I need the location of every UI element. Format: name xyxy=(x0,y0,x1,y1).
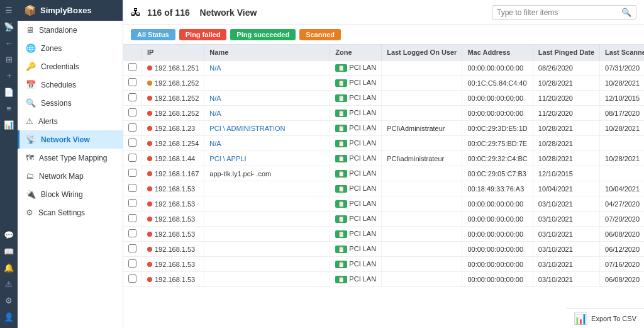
sidebar-item-alerts[interactable]: ⚠ Alerts xyxy=(18,112,123,130)
name-link[interactable]: N/A xyxy=(209,140,221,147)
icon-bar-doc[interactable]: 📄 xyxy=(1,84,16,99)
row-checkbox[interactable] xyxy=(128,63,136,71)
table-row: 192.168.1.53 📋PCI LAN 00:00:00:00:00:00 … xyxy=(123,227,644,242)
sidebar-label: Asset Type Mapping xyxy=(39,154,108,162)
search-input[interactable] xyxy=(497,8,618,17)
sidebar-icon: 📅 xyxy=(26,80,36,89)
cell-lastping: 03/10/2021 xyxy=(533,196,599,212)
cell-name: PCI \ APPLI xyxy=(204,151,330,166)
sidebar-item-asset-type-mapping[interactable]: 🗺 Asset Type Mapping xyxy=(18,149,123,167)
col-lastuser[interactable]: Last Logged On User xyxy=(382,45,462,60)
cell-zone: 📋PCI LAN xyxy=(330,121,382,136)
row-checkbox[interactable] xyxy=(128,123,136,132)
icon-bar-grid[interactable]: ⊞ xyxy=(1,52,16,67)
name-link[interactable]: PCI xyxy=(209,125,221,132)
row-checkbox[interactable] xyxy=(128,229,136,237)
icon-bar-warning[interactable]: ⚠ xyxy=(1,276,16,291)
icon-bar-list[interactable]: ≡ xyxy=(1,101,16,116)
name-link2[interactable]: \ APPLI xyxy=(223,155,247,162)
row-checkbox[interactable] xyxy=(128,199,136,207)
zone-icon: 📋 xyxy=(335,261,347,268)
row-checkbox[interactable] xyxy=(128,139,136,147)
cell-checkbox xyxy=(123,227,142,242)
col-checkbox xyxy=(123,45,142,60)
row-checkbox[interactable] xyxy=(128,154,136,162)
filter-all-status[interactable]: All Status xyxy=(131,29,175,40)
cell-lastping: 10/28/2021 xyxy=(533,151,599,166)
cell-lastuser xyxy=(382,212,462,227)
row-checkbox[interactable] xyxy=(128,214,136,222)
cell-lastuser xyxy=(382,91,462,106)
col-zone[interactable]: Zone xyxy=(330,45,382,60)
icon-bar-menu[interactable]: ☰ xyxy=(1,3,16,18)
col-lastping[interactable]: Last Pinged Date xyxy=(533,45,599,60)
name-link2[interactable]: \ ADMINISTRATION xyxy=(223,125,286,132)
table-row: 192.168.1.53 📋PCI LAN 00:00:00:00:00:00 … xyxy=(123,242,644,257)
cell-lastscan xyxy=(600,136,644,151)
col-ip[interactable]: IP xyxy=(142,45,204,60)
row-checkbox[interactable] xyxy=(128,78,136,86)
status-dot xyxy=(147,201,152,206)
icon-bar-settings[interactable]: ⚙ xyxy=(1,293,16,308)
zone-icon: 📋 xyxy=(335,79,347,87)
export-bar[interactable]: 📊 Export To CSV xyxy=(566,308,644,328)
cell-ip: 192.168.1.252 xyxy=(142,76,204,91)
cell-name xyxy=(204,227,330,242)
sidebar-item-credentials[interactable]: 🔑 Credentials xyxy=(18,57,123,76)
table-row: 192.168.1.23 PCI \ ADMINISTRATION 📋PCI L… xyxy=(123,121,644,136)
row-checkbox[interactable] xyxy=(128,184,136,192)
search-box[interactable]: 🔍 xyxy=(492,5,636,20)
sidebar-item-network-map[interactable]: 🗂 Network Map xyxy=(18,167,123,185)
sidebar-item-scan-settings[interactable]: ⚙ Scan Settings xyxy=(18,203,123,222)
col-name[interactable]: Name xyxy=(204,45,330,60)
cell-lastuser xyxy=(382,272,462,287)
row-checkbox[interactable] xyxy=(128,259,136,268)
filter-ping-failed[interactable]: Ping failed xyxy=(179,29,227,40)
cell-lastuser xyxy=(382,106,462,121)
row-checkbox[interactable] xyxy=(128,169,136,177)
cell-checkbox xyxy=(123,91,142,106)
cell-lastping: 12/10/2015 xyxy=(533,166,599,181)
cell-lastscan: 06/12/2020 xyxy=(600,242,644,257)
name-link[interactable]: N/A xyxy=(209,94,221,102)
sidebar-item-standalone[interactable]: 🖥 Standalone xyxy=(18,21,123,39)
icon-bar-chat[interactable]: 💬 xyxy=(1,227,16,242)
filter-ping-succeeded[interactable]: Ping succeeded xyxy=(230,29,296,40)
icon-bar-book[interactable]: 📖 xyxy=(1,244,16,259)
cell-zone: 📋PCI LAN xyxy=(330,242,382,257)
sidebar-item-block-wiring[interactable]: 🔌 Block Wiring xyxy=(18,185,123,203)
row-checkbox[interactable] xyxy=(128,244,136,252)
icon-bar-chart[interactable]: 📊 xyxy=(1,117,16,132)
name-link[interactable]: PCI xyxy=(209,155,221,162)
icon-bar-bell[interactable]: 🔔 xyxy=(1,260,16,275)
col-mac[interactable]: Mac Address xyxy=(462,45,533,60)
sidebar-nav: 🖥 Standalone🌐 Zones🔑 Credentials📅 Schedu… xyxy=(18,21,123,222)
status-dot xyxy=(147,186,152,191)
sidebar-label: Credentials xyxy=(41,62,79,71)
cell-ip: 192.168.1.254 xyxy=(142,136,204,151)
cell-mac: 00:00:00:00:00:00 xyxy=(462,212,533,227)
cell-name: app-tlk.ly1.pci- .com xyxy=(204,166,330,181)
view-label: Network View xyxy=(200,8,257,18)
row-checkbox[interactable] xyxy=(128,274,136,283)
icon-bar-network[interactable]: 📡 xyxy=(1,19,16,34)
row-checkbox[interactable] xyxy=(128,108,136,116)
sidebar-item-schedules[interactable]: 📅 Schedules xyxy=(18,76,123,94)
name-link[interactable]: N/A xyxy=(209,64,221,72)
cell-checkbox xyxy=(123,242,142,257)
cell-mac: 00:00:00:00:00:00 xyxy=(462,60,533,76)
row-checkbox[interactable] xyxy=(128,93,136,101)
name-link[interactable]: N/A xyxy=(209,110,221,117)
cell-ip: 192.168.1.251 xyxy=(142,60,204,76)
icon-bar-back[interactable]: ← xyxy=(1,35,16,50)
col-lastscan[interactable]: Last Scanned Date xyxy=(600,45,644,60)
icon-bar-plus[interactable]: ＋ xyxy=(1,68,16,83)
icon-bar-user[interactable]: 👤 xyxy=(1,309,16,324)
filter-scanned[interactable]: Scanned xyxy=(299,29,341,40)
sidebar-item-sessions[interactable]: 🔍 Sessions xyxy=(18,94,123,112)
cell-zone: 📋PCI LAN xyxy=(330,257,382,272)
sidebar-item-network-view[interactable]: 📡 Network View xyxy=(18,130,123,149)
sidebar-item-zones[interactable]: 🌐 Zones xyxy=(18,39,123,57)
cell-zone: 📋PCI LAN xyxy=(330,60,382,76)
table-row: 192.168.1.53 📋PCI LAN 00:00:00:00:00:00 … xyxy=(123,257,644,272)
